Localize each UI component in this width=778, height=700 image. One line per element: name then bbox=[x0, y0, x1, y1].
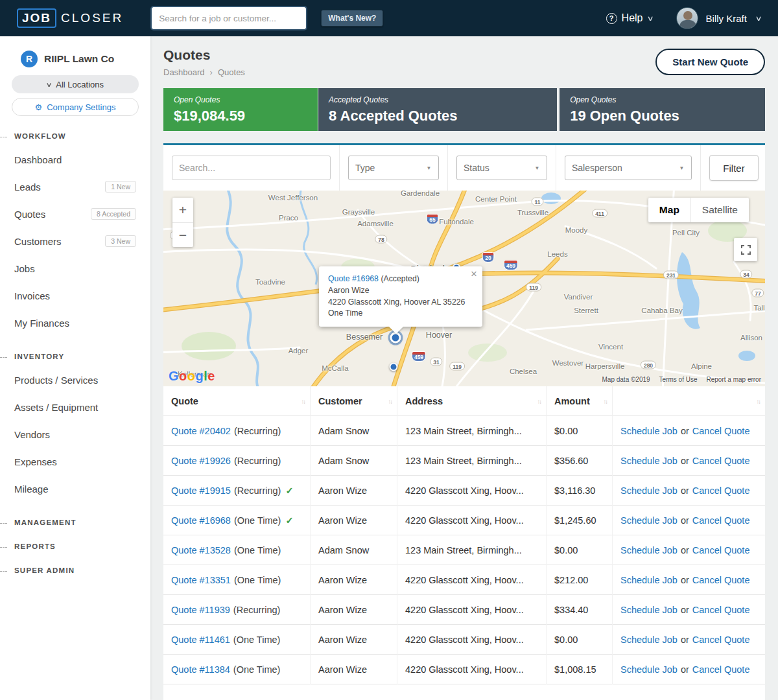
quote-link[interactable]: Quote #11461 bbox=[171, 635, 230, 645]
status-select-value: Status bbox=[464, 163, 489, 173]
quote-link[interactable]: Quote #20402 bbox=[171, 426, 231, 436]
terms-of-use-link[interactable]: Terms of Use bbox=[659, 376, 698, 383]
quotes-map[interactable]: GardendaleWest JeffersonCenter PointGray… bbox=[163, 191, 765, 386]
app-logo[interactable]: JOB CLOSER bbox=[17, 8, 123, 28]
sort-icon[interactable] bbox=[301, 398, 305, 405]
quote-link[interactable]: Quote #13528 bbox=[171, 545, 231, 555]
global-search-input[interactable] bbox=[152, 7, 306, 29]
locations-dropdown[interactable]: All Locations bbox=[12, 75, 139, 93]
actions-cell: Schedule Job or Cancel Quote bbox=[613, 506, 765, 535]
address-cell: 4220 Glasscott Xing, Hoov... bbox=[397, 595, 547, 625]
chevron-down-icon[interactable] bbox=[755, 14, 762, 23]
filter-button[interactable]: Filter bbox=[709, 155, 759, 181]
cancel-quote-link[interactable]: Cancel Quote bbox=[692, 664, 750, 675]
schedule-job-link[interactable]: Schedule Job bbox=[620, 664, 678, 675]
sidebar-item-jobs[interactable]: Jobs bbox=[0, 255, 150, 282]
address-cell: 4220 Glasscott Xing, Hoov... bbox=[397, 625, 547, 655]
help-menu[interactable]: Help bbox=[606, 12, 653, 24]
sidebar-item-my-finances[interactable]: My Finances bbox=[0, 309, 150, 336]
map-marker[interactable] bbox=[390, 363, 398, 371]
info-customer: Aaron Wize bbox=[328, 285, 467, 297]
sidebar-item-label: Products / Services bbox=[14, 375, 98, 386]
sidebar-item-quotes[interactable]: Quotes 8 Accepted bbox=[0, 200, 150, 228]
report-error-link[interactable]: Report a map error bbox=[707, 376, 761, 383]
filter-bar: Type Status Salesperson bbox=[163, 143, 765, 191]
sidebar-item-dashboard[interactable]: Dashboard bbox=[0, 146, 150, 173]
sort-icon[interactable] bbox=[388, 398, 392, 405]
schedule-job-link[interactable]: Schedule Job bbox=[620, 605, 678, 615]
schedule-job-link[interactable]: Schedule Job bbox=[620, 426, 678, 436]
accepted-check-icon bbox=[285, 485, 293, 496]
zoom-in-button[interactable]: + bbox=[172, 198, 193, 222]
type-select[interactable]: Type bbox=[348, 156, 439, 180]
quote-link[interactable]: Quote #13351 bbox=[171, 575, 231, 585]
map-place-label: Toadvine bbox=[255, 278, 285, 286]
quotes-search-input[interactable] bbox=[172, 156, 331, 180]
table-column-header[interactable] bbox=[613, 386, 765, 416]
sidebar-item-customers[interactable]: Customers 3 New bbox=[0, 228, 150, 255]
table-column-header[interactable]: Quote bbox=[163, 386, 311, 416]
route-shield-icon: 31 bbox=[430, 358, 442, 366]
stat-label: Open Quotes bbox=[174, 95, 307, 104]
close-icon[interactable] bbox=[471, 268, 477, 279]
cancel-quote-link[interactable]: Cancel Quote bbox=[692, 426, 750, 436]
map-type-map-button[interactable]: Map bbox=[648, 198, 690, 222]
start-new-quote-button[interactable]: Start New Quote bbox=[655, 49, 765, 75]
map-place-label: Leeds bbox=[547, 250, 567, 258]
quote-link[interactable]: Quote #11384 bbox=[171, 664, 230, 675]
company-header[interactable]: R RIIPL Lawn Co bbox=[21, 51, 139, 67]
sort-icon[interactable] bbox=[757, 398, 760, 405]
interstate-shield-icon: 459 bbox=[504, 260, 518, 270]
fullscreen-button[interactable] bbox=[734, 238, 757, 261]
user-avatar[interactable] bbox=[676, 7, 698, 29]
sidebar-item-expenses[interactable]: Expenses bbox=[0, 448, 150, 475]
table-column-header[interactable]: Amount bbox=[547, 386, 613, 416]
amount-cell: $3,116.30 bbox=[547, 476, 613, 506]
status-select[interactable]: Status bbox=[456, 156, 547, 180]
cancel-quote-link[interactable]: Cancel Quote bbox=[692, 575, 750, 585]
zoom-out-button[interactable]: − bbox=[172, 222, 193, 247]
quote-cell: Quote #16968 (One Time) bbox=[163, 506, 311, 535]
cancel-quote-link[interactable]: Cancel Quote bbox=[692, 456, 750, 466]
table-column-header[interactable]: Address bbox=[397, 386, 547, 416]
sort-icon[interactable] bbox=[537, 398, 541, 405]
info-quote-link[interactable]: Quote #16968 bbox=[328, 274, 379, 283]
schedule-job-link[interactable]: Schedule Job bbox=[620, 575, 678, 585]
salesperson-select[interactable]: Salesperson bbox=[565, 156, 692, 180]
quote-link[interactable]: Quote #11939 bbox=[171, 605, 230, 615]
quote-cell: Quote #19926 (Recurring) bbox=[163, 446, 311, 476]
sidebar-item-invoices[interactable]: Invoices bbox=[0, 282, 150, 309]
chevron-down-icon bbox=[46, 81, 53, 88]
table-column-header[interactable]: Customer bbox=[311, 386, 397, 416]
quote-link[interactable]: Quote #19915 bbox=[171, 485, 231, 496]
cancel-quote-link[interactable]: Cancel Quote bbox=[692, 635, 750, 645]
schedule-job-link[interactable]: Schedule Job bbox=[620, 545, 678, 555]
quote-link[interactable]: Quote #19926 bbox=[171, 456, 231, 466]
whats-new-button[interactable]: What's New? bbox=[321, 10, 383, 27]
cancel-quote-link[interactable]: Cancel Quote bbox=[692, 485, 750, 496]
cancel-quote-link[interactable]: Cancel Quote bbox=[692, 515, 750, 526]
sidebar-item-mileage[interactable]: Mileage bbox=[0, 475, 150, 502]
map-type-satellite-button[interactable]: Satellite bbox=[690, 198, 749, 222]
sidebar-item-products-services[interactable]: Products / Services bbox=[0, 366, 150, 393]
schedule-job-link[interactable]: Schedule Job bbox=[620, 515, 678, 526]
sidebar-item-leads[interactable]: Leads 1 New bbox=[0, 173, 150, 200]
interstate-shield-icon: 65 bbox=[427, 214, 439, 224]
breadcrumb-item[interactable]: Dashboard bbox=[163, 67, 205, 77]
quote-link[interactable]: Quote #16968 bbox=[171, 515, 231, 526]
schedule-job-link[interactable]: Schedule Job bbox=[620, 456, 678, 466]
sidebar-item-label: Mileage bbox=[14, 484, 49, 495]
company-settings-button[interactable]: Company Settings bbox=[12, 98, 139, 116]
cancel-quote-link[interactable]: Cancel Quote bbox=[692, 605, 750, 615]
breadcrumb-item[interactable]: Quotes bbox=[218, 67, 245, 77]
schedule-job-link[interactable]: Schedule Job bbox=[620, 635, 678, 645]
sort-icon[interactable] bbox=[604, 398, 607, 405]
sidebar-item-assets-equipment[interactable]: Assets / Equipment bbox=[0, 393, 150, 421]
cancel-quote-link[interactable]: Cancel Quote bbox=[692, 545, 750, 555]
schedule-job-link[interactable]: Schedule Job bbox=[620, 485, 678, 496]
sidebar-item-vendors[interactable]: Vendors bbox=[0, 421, 150, 448]
topbar-right: Help Billy Kraft bbox=[606, 7, 761, 29]
quote-type: (One Time) bbox=[234, 515, 281, 526]
info-address: 4220 Glasscott Xing, Hoover AL 35226 bbox=[328, 297, 467, 309]
quote-cell: Quote #13351 (One Time) bbox=[163, 565, 311, 595]
